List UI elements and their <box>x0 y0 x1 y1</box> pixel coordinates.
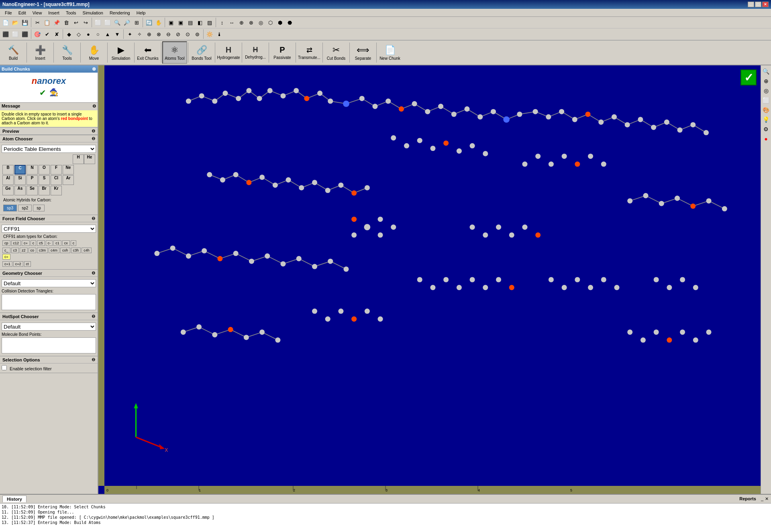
geometry-dropdown[interactable]: Default <box>2 279 96 287</box>
mode-btn-transmute[interactable]: ⇄ Transmute... <box>297 41 322 64</box>
tb-g1[interactable]: ✦ <box>125 29 135 39</box>
element-Br[interactable]: Br <box>39 186 50 195</box>
maximize-button[interactable]: □ <box>755 2 761 7</box>
tb-g8[interactable]: ⊚ <box>192 29 202 39</box>
ff-type-ceq[interactable]: c= <box>22 240 30 246</box>
element-B[interactable]: B <box>2 165 14 175</box>
tb-d3[interactable]: ⬛ <box>20 29 30 39</box>
wizard-icon[interactable]: 🧙 <box>49 88 58 97</box>
tb-g2[interactable]: ✧ <box>135 29 144 39</box>
tb-e1[interactable]: 🎯 <box>33 29 42 39</box>
reports-minimize[interactable]: _ <box>761 496 763 502</box>
menu-insert[interactable]: Insert <box>45 10 63 16</box>
minimize-button[interactable]: _ <box>748 2 754 7</box>
tb-f6[interactable]: ▼ <box>112 29 122 39</box>
tb-copy[interactable]: 📋 <box>42 18 52 27</box>
tb-c8[interactable]: ⬣ <box>285 18 294 27</box>
tb-h2[interactable]: 🌡 <box>214 29 224 39</box>
mode-btn-atoms-tool[interactable]: ⚛ Atoms Tool <box>162 41 187 64</box>
menu-file[interactable]: File <box>2 10 15 16</box>
tb-g4[interactable]: ⊗ <box>154 29 163 39</box>
mode-btn-new-chunk[interactable]: 📄 New Chunk <box>377 41 402 64</box>
ff-type-c_[interactable]: c_ <box>2 248 10 253</box>
element-dropdown[interactable]: Periodic Table Elements <box>2 145 96 153</box>
mode-btn-move[interactable]: ✋ Move <box>82 41 106 64</box>
rt-view-btn-5[interactable]: 🎨 <box>762 106 771 114</box>
force-field-dropdown[interactable]: CFF91 <box>2 225 96 233</box>
ff-type-c-last[interactable]: c <box>71 240 77 246</box>
tb-h1[interactable]: 🔆 <box>205 29 214 39</box>
tb-b5[interactable]: ▨ <box>205 18 214 27</box>
tb-c3[interactable]: ⊕ <box>237 18 246 27</box>
tb-c6[interactable]: ⬡ <box>265 18 275 27</box>
element-Kr[interactable]: Kr <box>51 186 62 195</box>
tb-redo[interactable]: ↪ <box>81 18 90 27</box>
tb-d1[interactable]: ⬛ <box>1 29 10 39</box>
ff-type-ceq1[interactable]: c=1 <box>2 261 12 267</box>
rt-view-btn-6[interactable]: 💡 <box>762 115 771 124</box>
tb-e3[interactable]: ✘ <box>52 29 61 39</box>
reports-close[interactable]: ✕ <box>765 496 769 502</box>
ff-type-c4h[interactable]: c4h <box>82 248 92 253</box>
tb-delete[interactable]: 🗑 <box>61 18 71 27</box>
element-Ar[interactable]: Ar <box>63 175 74 185</box>
mode-btn-exit-chunks[interactable]: ⬅ Exit Chunks <box>135 41 160 64</box>
tb-b2[interactable]: ▣ <box>176 18 186 27</box>
element-As[interactable]: As <box>14 186 26 195</box>
ff-type-ceq2[interactable]: c=2 <box>13 261 23 267</box>
collision-textarea[interactable] <box>2 294 96 310</box>
rt-view-btn-2[interactable]: ⊕ <box>762 77 771 85</box>
tb-c4[interactable]: ⊗ <box>246 18 256 27</box>
ff-type-c3m[interactable]: c3m <box>37 248 48 253</box>
ff-type-cp[interactable]: cp <box>2 240 10 246</box>
element-S[interactable]: S <box>39 175 50 185</box>
element-H[interactable]: H <box>73 154 84 164</box>
element-C[interactable]: C <box>14 165 26 175</box>
tb-b4[interactable]: ◧ <box>195 18 205 27</box>
enable-filter-checkbox[interactable] <box>2 365 7 370</box>
ff-type-ct[interactable]: ct <box>24 261 31 267</box>
rt-view-btn-7[interactable]: ⚙ <box>762 125 771 134</box>
element-Cl[interactable]: Cl <box>51 175 62 185</box>
tb-c7[interactable]: ⬢ <box>275 18 285 27</box>
tb-save[interactable]: 💾 <box>20 18 30 27</box>
ff-type-c4m[interactable]: c4m <box>49 248 59 253</box>
tb-c5[interactable]: ◎ <box>256 18 265 27</box>
tb-zoom-out[interactable]: 🔎 <box>122 18 132 27</box>
tb-undo[interactable]: ↩ <box>71 18 81 27</box>
mode-btn-passivate[interactable]: P Passivate <box>270 41 295 64</box>
ff-type-c1[interactable]: c1 <box>53 240 61 246</box>
ff-type-c[interactable]: c <box>31 240 37 246</box>
tb-f4[interactable]: ○ <box>93 29 103 39</box>
preview-collapse[interactable]: ⊖ <box>92 128 95 134</box>
menu-rendering[interactable]: Rendering <box>106 10 133 16</box>
force-field-collapse[interactable]: ⊖ <box>92 216 95 221</box>
ff-type-coh[interactable]: coh <box>60 248 70 253</box>
tb-select-all[interactable]: ⬜ <box>93 18 103 27</box>
mode-btn-separate[interactable]: ⟺ Separate <box>351 41 375 64</box>
tb-g7[interactable]: ⊙ <box>183 29 192 39</box>
mode-btn-bonds-tool[interactable]: 🔗 Bonds Tool <box>189 41 214 64</box>
atom-chooser-collapse[interactable]: ⊖ <box>92 136 95 141</box>
menu-simulation[interactable]: Simulation <box>80 10 106 16</box>
viewport[interactable]: x 0 1 2 3 4 5 ✓ <box>98 65 761 494</box>
element-P[interactable]: P <box>27 175 38 185</box>
close-button[interactable]: ✕ <box>762 2 769 7</box>
element-Ne[interactable]: Ne <box>63 165 74 175</box>
element-F[interactable]: F <box>51 165 62 175</box>
ff-type-co[interactable]: co <box>29 248 37 253</box>
element-N[interactable]: N <box>27 165 38 175</box>
panel-close-button[interactable]: ⊗ <box>92 66 96 72</box>
rt-view-btn-1[interactable]: 🔍 <box>762 67 771 76</box>
tb-pan[interactable]: ✋ <box>154 18 163 27</box>
tb-d2[interactable]: ⬜ <box>10 29 20 39</box>
menu-help[interactable]: Help <box>133 10 149 16</box>
ff-type-c3h[interactable]: c3h <box>71 248 81 253</box>
tb-cut[interactable]: ✂ <box>33 18 42 27</box>
tb-c2[interactable]: ↔ <box>227 18 237 27</box>
element-Si[interactable]: Si <box>14 175 26 185</box>
tb-zoom-in[interactable]: 🔍 <box>112 18 122 27</box>
hotspot-collapse[interactable]: ⊖ <box>92 314 95 319</box>
tab-history[interactable]: History <box>2 495 27 502</box>
tb-new[interactable]: 📄 <box>1 18 10 27</box>
